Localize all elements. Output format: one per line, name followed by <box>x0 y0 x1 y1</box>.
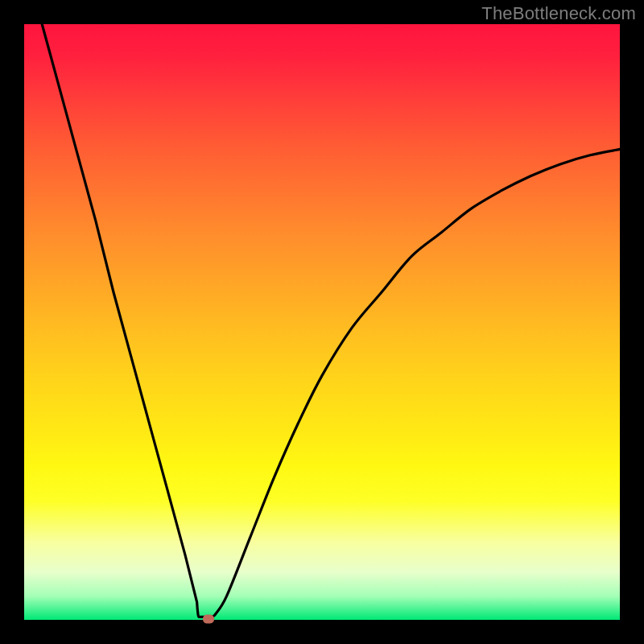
chart-frame: TheBottleneck.com <box>0 0 644 644</box>
plot-area <box>24 24 620 620</box>
optimal-point-marker <box>203 614 214 623</box>
watermark-text: TheBottleneck.com <box>481 3 636 24</box>
bottleneck-curve <box>24 24 620 620</box>
